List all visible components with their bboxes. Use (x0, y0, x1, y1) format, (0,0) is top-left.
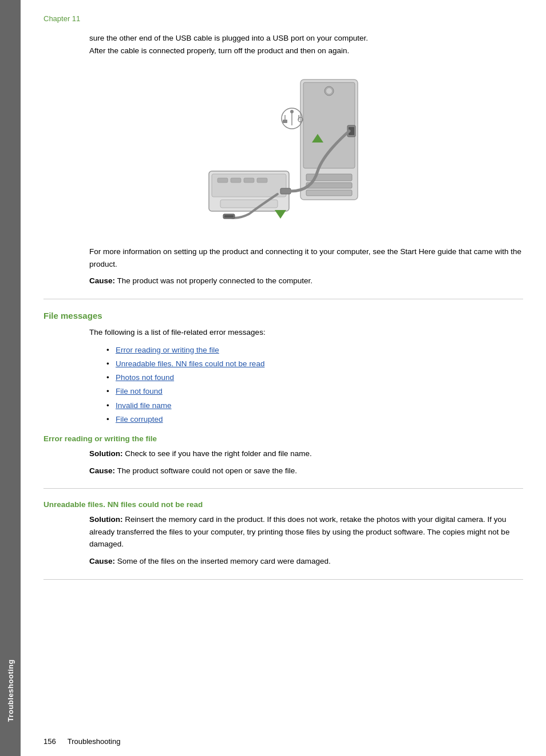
list-item-file-corrupted: File corrupted (106, 414, 523, 425)
svg-rect-10 (212, 174, 286, 197)
content-area: sure the other end of the USB cable is p… (21, 32, 546, 580)
error-reading-cause: Cause: The product software could not op… (89, 465, 523, 477)
page-number: 156 (43, 737, 56, 746)
error-reading-cause-text: The product software could not open or s… (115, 466, 297, 475)
list-item-unreadable: Unreadable files. NN files could not be … (106, 358, 523, 370)
unreadable-solution-label: Solution: (89, 515, 122, 524)
photos-not-found-link[interactable]: Photos not found (116, 373, 174, 382)
svg-rect-3 (306, 183, 352, 188)
error-reading-solution-label: Solution: (89, 449, 122, 458)
svg-rect-4 (306, 190, 352, 196)
error-reading-heading: Error reading or writing the file (43, 434, 523, 443)
unreadable-solution: Solution: Reinsert the memory card in th… (89, 513, 523, 551)
unreadable-link[interactable]: Unreadable files. NN files could not be … (116, 359, 264, 368)
error-reading-solution: Solution: Check to see if you have the r… (89, 448, 523, 460)
usb-connection-illustration (192, 68, 375, 228)
list-item-invalid-file-name: Invalid file name (106, 400, 523, 411)
divider-3 (43, 579, 523, 580)
intro-line1: sure the other end of the USB cable is p… (89, 34, 368, 42)
intro-text: sure the other end of the USB cable is p… (89, 32, 523, 57)
list-item-photos-not-found: Photos not found (106, 372, 523, 383)
intro-line2: After the cable is connected properly, t… (89, 46, 349, 55)
divider-2 (43, 488, 523, 489)
file-messages-heading: File messages (43, 311, 523, 320)
for-more-content: For more information on setting up the p… (89, 247, 521, 268)
svg-point-8 (326, 88, 332, 94)
svg-rect-11 (217, 178, 228, 183)
page-footer: 156 Troubleshooting (43, 737, 546, 746)
error-reading-cause-label: Cause: (89, 466, 115, 475)
invalid-file-name-link[interactable]: Invalid file name (116, 401, 172, 410)
illustration-container (43, 68, 523, 228)
file-messages-list: Error reading or writing the file Unread… (106, 345, 523, 426)
svg-rect-12 (231, 178, 241, 183)
sidebar-label: Troubleshooting (6, 659, 15, 722)
svg-marker-18 (275, 210, 286, 219)
svg-rect-14 (257, 178, 267, 183)
file-messages-intro: The following is a list of file-related … (89, 326, 523, 339)
for-more-text: For more information on setting up the p… (89, 246, 523, 270)
cause-line-1: Cause: The product was not properly conn… (89, 275, 523, 287)
footer-section-label: Troubleshooting (68, 737, 121, 746)
unreadable-cause-text: Some of the files on the inserted memory… (115, 557, 331, 565)
list-item-error-reading: Error reading or writing the file (106, 345, 523, 356)
unreadable-cause-label: Cause: (89, 557, 115, 565)
svg-point-23 (290, 110, 294, 113)
unreadable-cause: Cause: Some of the files on the inserted… (89, 555, 523, 568)
divider-1 (43, 299, 523, 299)
unreadable-solution-text: Reinsert the memory card in the product.… (89, 515, 509, 548)
file-not-found-link[interactable]: File not found (116, 387, 163, 395)
error-reading-solution-text: Check to see if you have the right folde… (122, 449, 311, 458)
chapter-label: Chapter 11 (43, 14, 80, 23)
error-reading-link[interactable]: Error reading or writing the file (116, 346, 219, 354)
unreadable-heading: Unreadable files. NN files could not be … (43, 500, 523, 509)
cause-text-1: The product was not properly connected t… (115, 276, 312, 285)
file-corrupted-link[interactable]: File corrupted (116, 415, 163, 423)
svg-rect-24 (283, 120, 287, 123)
main-content: Chapter 11 sure the other end of the USB… (21, 0, 546, 756)
sidebar: Troubleshooting (0, 0, 21, 756)
cause-label-1: Cause: (89, 276, 115, 285)
chapter-header: Chapter 11 (21, 0, 546, 27)
svg-rect-16 (280, 188, 291, 194)
list-item-file-not-found: File not found (106, 386, 523, 397)
svg-rect-27 (224, 215, 234, 217)
svg-rect-13 (244, 178, 254, 183)
